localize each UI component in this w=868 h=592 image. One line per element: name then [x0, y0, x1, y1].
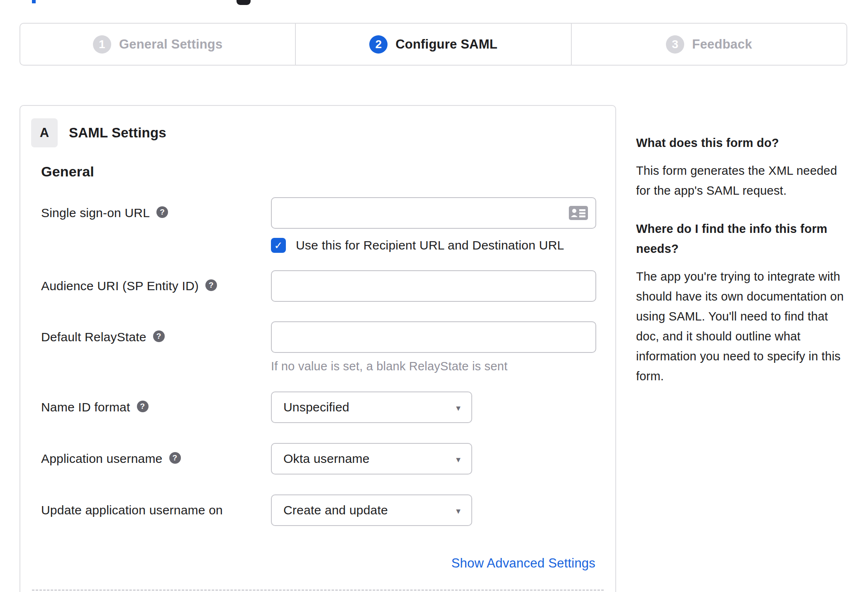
- default-relaystate-row: Default RelayState ? If no value is set,…: [41, 321, 595, 373]
- name-id-format-select[interactable]: Unspecified ▾: [271, 391, 472, 423]
- sidebar-heading-where: Where do I find the info this form needs…: [636, 219, 862, 259]
- step-3-label: Feedback: [692, 37, 752, 52]
- dashed-section-divider: [32, 590, 604, 591]
- update-app-username-select[interactable]: Create and update ▾: [271, 494, 472, 526]
- recipient-url-checkbox[interactable]: ✓: [271, 238, 286, 253]
- default-relaystate-input[interactable]: [271, 321, 596, 353]
- dropdown-caret-icon: ▾: [456, 506, 461, 516]
- audience-uri-label: Audience URI (SP Entity ID): [41, 279, 199, 293]
- name-id-format-value: Unspecified: [283, 400, 349, 414]
- section-a-badge: A: [31, 118, 58, 147]
- step-1-number-badge: 1: [93, 35, 111, 54]
- panel-title: SAML Settings: [69, 125, 166, 141]
- step-feedback[interactable]: 3 Feedback: [571, 24, 846, 65]
- saml-settings-panel: A SAML Settings General Single sign-on U…: [20, 105, 616, 592]
- name-id-format-label: Name ID format: [41, 400, 130, 414]
- help-sidebar: What does this form do? This form genera…: [636, 133, 862, 404]
- audience-uri-input[interactable]: [271, 270, 596, 302]
- sidebar-heading-what: What does this form do?: [636, 133, 862, 153]
- sso-url-label: Single sign-on URL: [41, 206, 150, 220]
- general-section-title: General: [41, 164, 595, 180]
- default-relaystate-label: Default RelayState: [41, 330, 146, 344]
- update-app-username-row: Update application username on Create an…: [41, 494, 595, 526]
- application-username-value: Okta username: [283, 452, 370, 466]
- cutoff-dark-fragment: [237, 0, 251, 5]
- dropdown-caret-icon: ▾: [456, 455, 461, 465]
- panel-header: A SAML Settings: [31, 118, 615, 147]
- name-id-format-help-icon[interactable]: ?: [137, 401, 149, 412]
- show-advanced-settings-link[interactable]: Show Advanced Settings: [451, 556, 595, 571]
- step-2-label: Configure SAML: [395, 37, 497, 52]
- step-general-settings[interactable]: 1 General Settings: [20, 24, 295, 65]
- audience-uri-help-icon[interactable]: ?: [205, 279, 217, 291]
- wizard-stepper: 1 General Settings 2 Configure SAML 3 Fe…: [20, 23, 847, 66]
- sso-url-input[interactable]: [271, 197, 596, 229]
- sidebar-paragraph-what: This form generates the XML needed for t…: [636, 161, 862, 201]
- sidebar-paragraph-where: The app you're trying to integrate with …: [636, 267, 862, 386]
- cutoff-blue-fragment: [32, 0, 36, 3]
- name-id-format-row: Name ID format ? Unspecified ▾: [41, 391, 595, 423]
- application-username-label: Application username: [41, 452, 163, 466]
- sso-url-help-icon[interactable]: ?: [156, 206, 168, 218]
- update-app-username-value: Create and update: [283, 503, 388, 517]
- application-username-select[interactable]: Okta username ▾: [271, 443, 472, 475]
- step-2-number-badge: 2: [369, 35, 388, 54]
- application-username-help-icon[interactable]: ?: [169, 452, 181, 464]
- audience-uri-row: Audience URI (SP Entity ID) ?: [41, 270, 595, 302]
- recipient-url-checkbox-label: Use this for Recipient URL and Destinati…: [296, 238, 564, 252]
- relaystate-hint: If no value is set, a blank RelayState i…: [271, 360, 596, 373]
- step-1-label: General Settings: [119, 37, 223, 52]
- contact-card-icon[interactable]: [569, 206, 588, 220]
- application-username-row: Application username ? Okta username ▾: [41, 443, 595, 475]
- default-relaystate-help-icon[interactable]: ?: [153, 330, 165, 342]
- update-app-username-label: Update application username on: [41, 503, 223, 517]
- dropdown-caret-icon: ▾: [456, 403, 461, 413]
- step-configure-saml[interactable]: 2 Configure SAML: [295, 24, 571, 65]
- step-3-number-badge: 3: [666, 35, 684, 54]
- sso-url-row: Single sign-on URL ?: [41, 197, 595, 253]
